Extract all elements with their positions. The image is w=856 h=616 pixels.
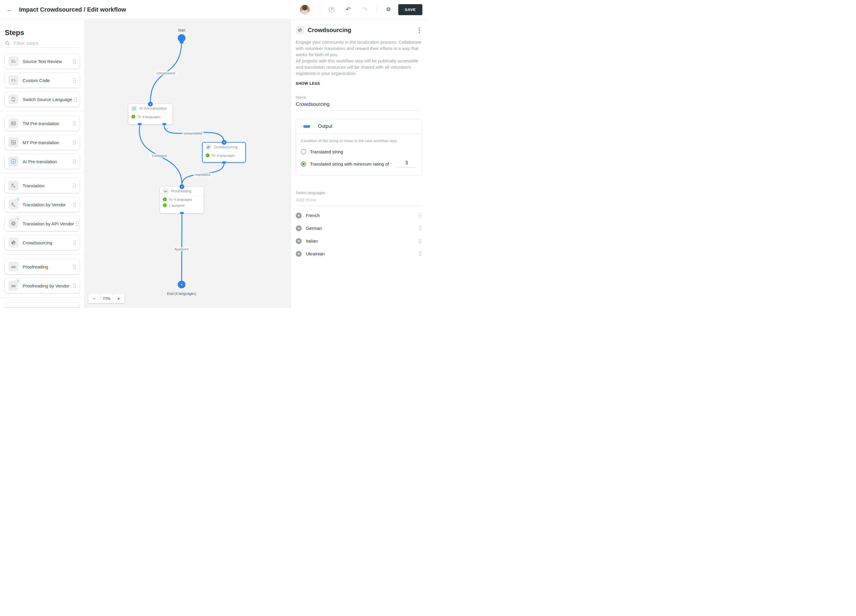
step-label: Custom Code xyxy=(23,78,50,83)
search-icon xyxy=(5,41,10,46)
step-card-tm-pre-translation[interactable]: TM Pre-translation xyxy=(5,116,80,131)
radio-translated-string[interactable] xyxy=(301,149,306,154)
tm-card-icon xyxy=(8,118,18,128)
drag-handle-icon[interactable] xyxy=(71,283,76,288)
globe-icon xyxy=(296,26,304,34)
help-button[interactable]: ? xyxy=(327,5,336,14)
zoom-out-button[interactable]: − xyxy=(88,294,100,303)
remove-language-icon[interactable]: × xyxy=(296,225,302,231)
workflow-editor-app: ← Impact Crowdsourced / Edit workflow ? … xyxy=(0,0,428,308)
drag-handle-icon[interactable] xyxy=(71,240,76,245)
show-less-button[interactable]: SHOW LESS xyxy=(296,81,422,86)
remove-language-icon[interactable]: × xyxy=(296,251,302,257)
remove-language-icon[interactable]: × xyxy=(296,213,302,219)
step-label: MT Pre-translation xyxy=(23,140,59,145)
radio-row-translated-string: Translated string xyxy=(301,149,417,154)
step-settings-panel: Crowdsourcing Engage your community in t… xyxy=(291,19,428,308)
step-card-crowdsourcing[interactable]: Crowdsourcing xyxy=(5,235,80,250)
step-card-translation-by-api-vendor[interactable]: VTranslation by API Vendor xyxy=(5,216,80,231)
avatar[interactable] xyxy=(300,5,310,15)
ai-sparkle-icon xyxy=(131,106,137,111)
workflow-canvas[interactable]: Start Untranslated Untranslated Translat… xyxy=(85,19,291,308)
remove-language-icon[interactable]: × xyxy=(296,238,302,244)
description-paragraph: All projects with this workflow step wil… xyxy=(296,58,422,76)
step-label: Proofreading xyxy=(23,264,48,270)
translate-icon: AV xyxy=(8,200,18,209)
minimum-rating-input[interactable] xyxy=(397,160,417,168)
drag-handle-icon[interactable] xyxy=(71,78,76,83)
edge-label-approved: Approved xyxy=(173,247,189,251)
step-card-mt-pre-translation[interactable]: GMT Pre-translation xyxy=(5,135,80,150)
back-button[interactable]: ← xyxy=(4,4,15,15)
glasses-icon xyxy=(163,188,169,194)
description-paragraph: Engage your community in the localizatio… xyxy=(296,39,422,58)
output-body: Condition of the string to move to the n… xyxy=(296,134,422,176)
name-input[interactable] xyxy=(296,100,422,111)
drag-handle-icon[interactable] xyxy=(71,59,76,64)
start-node-label: Start xyxy=(178,28,185,32)
drag-handle-icon[interactable] xyxy=(417,213,422,218)
drag-handle-icon[interactable] xyxy=(74,221,79,226)
node-crowdsourcing[interactable]: Crowdsourcing ✓ To: 4 languages xyxy=(202,142,246,163)
step-card-translation[interactable]: ATranslation xyxy=(5,178,80,193)
drag-handle-icon[interactable] xyxy=(71,140,76,145)
group-divider xyxy=(0,111,85,111)
settings-button[interactable] xyxy=(384,5,393,14)
page-title: Impact Crowdsourced / Edit workflow xyxy=(19,6,126,13)
node-ai-pre-translation[interactable]: AI Pre-translation ✓ To: 4 languages xyxy=(128,104,172,124)
workflow-edges xyxy=(85,19,291,308)
kebab-icon xyxy=(419,27,420,33)
node-status-row: ✓ To: 4 languages xyxy=(128,113,172,119)
steps-sidebar: Steps Source Text ReviewCustom CodeSwitc… xyxy=(0,19,85,308)
step-card-proofreading-by-vendor[interactable]: VProofreading by Vendor xyxy=(5,278,80,293)
step-card-ai-pre-translation[interactable]: AI Pre-translation xyxy=(5,154,80,169)
language-label: German xyxy=(306,226,322,231)
step-label: Translation xyxy=(23,183,45,188)
step-card-source-text-review[interactable]: Source Text Review xyxy=(5,54,80,69)
topbar-divider xyxy=(320,5,320,14)
step-card-proofreading[interactable]: Proofreading xyxy=(5,259,80,274)
drag-handle-icon[interactable] xyxy=(72,97,77,102)
save-button[interactable]: SAVE xyxy=(398,4,422,15)
languages-list: ×French×German×Italian×Ukrainian xyxy=(296,209,422,260)
edge-label-untranslated: Untranslated xyxy=(182,131,203,136)
panel-menu-button[interactable] xyxy=(417,26,422,34)
end-node-label: End (4 languages) xyxy=(167,292,196,296)
output-connector xyxy=(180,212,184,214)
undo-button[interactable]: ↶ xyxy=(344,5,353,14)
drag-handle-icon[interactable] xyxy=(71,202,76,207)
step-card-translation-by-vendor[interactable]: AVTranslation by Vendor xyxy=(5,197,80,212)
drag-handle-icon[interactable] xyxy=(71,121,76,126)
input-arrow-icon: ▼ xyxy=(148,102,153,106)
redo-button[interactable]: ↷ xyxy=(360,5,369,14)
zoom-in-button[interactable]: + xyxy=(112,294,125,303)
drag-handle-icon[interactable] xyxy=(71,264,76,270)
language-row-ukrainian: ×Ukrainian xyxy=(296,247,422,260)
filter-steps-input[interactable] xyxy=(13,40,80,47)
check-icon: ✓ xyxy=(206,153,209,157)
node-status-row: ✓ 1 assignee xyxy=(160,202,203,208)
vendor-badge: V xyxy=(15,279,20,283)
step-card-custom-code[interactable]: Custom Code xyxy=(5,73,80,88)
panel-header: Crowdsourcing xyxy=(296,26,422,34)
node-title: Crowdsourcing xyxy=(214,145,237,149)
step-card-partial[interactable] xyxy=(5,302,80,307)
edge-label-untranslated: Untranslated xyxy=(155,71,177,75)
drag-handle-icon[interactable] xyxy=(71,159,76,164)
group-divider xyxy=(0,254,85,254)
radio-minimum-rating[interactable] xyxy=(301,162,306,167)
step-label: AI Pre-translation xyxy=(23,159,57,164)
name-field-label: Name xyxy=(296,95,422,100)
step-card-switch-source-language[interactable]: Switch Source Language xyxy=(5,92,80,107)
add-language-input[interactable] xyxy=(296,195,422,206)
start-node[interactable] xyxy=(178,34,185,42)
drag-handle-icon[interactable] xyxy=(417,251,422,256)
end-node[interactable]: ▼ xyxy=(178,281,185,288)
step-label: Translation by Vendor xyxy=(23,202,66,207)
radio-label: Translated string with minimum rating of xyxy=(310,162,389,166)
drag-handle-icon[interactable] xyxy=(417,226,422,231)
globe-icon xyxy=(205,144,211,150)
drag-handle-icon[interactable] xyxy=(71,183,76,188)
drag-handle-icon[interactable] xyxy=(417,239,422,243)
node-proofreading[interactable]: Proofreading ✓ To: 4 languages ✓ 1 assig… xyxy=(160,187,203,213)
